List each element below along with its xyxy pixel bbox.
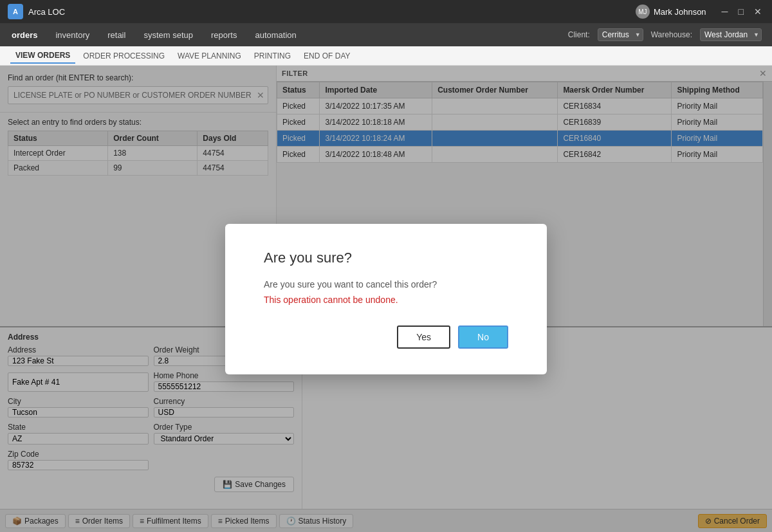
user-name: Mark Johnson [654, 7, 706, 17]
warehouse-label: Warehouse: [651, 30, 692, 39]
menu-orders[interactable]: orders [10, 28, 39, 42]
window-controls[interactable]: ─ □ ✕ [719, 6, 764, 17]
modal-body: Are you sure you want to cancel this ord… [264, 279, 508, 289]
subnav-end-of-day[interactable]: END OF DAY [299, 49, 355, 63]
maximize-button[interactable]: □ [736, 6, 746, 17]
client-label: Client: [568, 30, 590, 39]
app-title: Arca LOC [28, 7, 636, 17]
modal-title: Are you sure? [264, 250, 508, 266]
close-button[interactable]: ✕ [751, 6, 764, 17]
menu-bar-right: Client: Cerritus Warehouse: West Jordan [568, 28, 762, 41]
subnav-wave-planning[interactable]: WAVE PLANNING [172, 49, 246, 63]
user-info: MJ Mark Johnson [636, 5, 706, 19]
subnav-view-orders[interactable]: VIEW ORDERS [10, 48, 75, 64]
modal-warning: This operation cannot be undone. [264, 295, 508, 305]
menu-retail[interactable]: retail [106, 28, 127, 42]
sub-nav: VIEW ORDERS ORDER PROCESSING WAVE PLANNI… [0, 46, 772, 66]
modal-no-button[interactable]: No [458, 326, 508, 349]
subnav-printing[interactable]: PRINTING [249, 49, 296, 63]
modal-box: Are you sure? Are you sure you want to c… [225, 224, 547, 374]
modal-buttons: Yes No [264, 326, 508, 349]
menu-bar: orders inventory retail system setup rep… [0, 23, 772, 46]
menu-system-setup[interactable]: system setup [142, 28, 194, 42]
app-logo: A [8, 4, 23, 19]
avatar: MJ [636, 5, 650, 19]
client-select[interactable]: Cerritus [598, 28, 643, 41]
main-content: Find an order (hit ENTER to search): ✕ S… [0, 66, 772, 532]
modal-yes-button[interactable]: Yes [397, 326, 450, 349]
subnav-order-processing[interactable]: ORDER PROCESSING [78, 49, 170, 63]
minimize-button[interactable]: ─ [719, 6, 731, 17]
menu-inventory[interactable]: inventory [54, 28, 91, 42]
menu-reports[interactable]: reports [210, 28, 238, 42]
menu-automation[interactable]: automation [253, 28, 297, 42]
title-bar: A Arca LOC MJ Mark Johnson ─ □ ✕ [0, 0, 772, 23]
modal-overlay: Are you sure? Are you sure you want to c… [0, 66, 772, 532]
warehouse-select[interactable]: West Jordan [700, 28, 762, 41]
